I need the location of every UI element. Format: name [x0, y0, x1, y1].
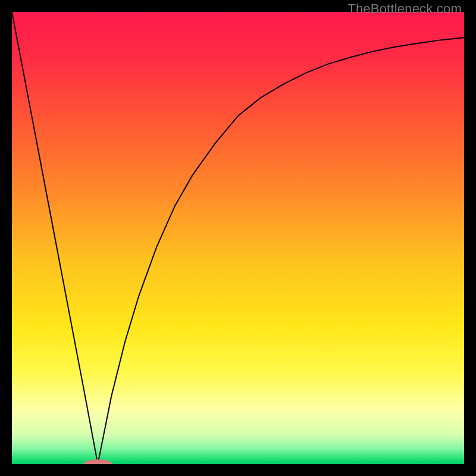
- chart-frame: TheBottleneck.com: [0, 0, 476, 476]
- chart-plot-area: [12, 12, 464, 464]
- chart-background: [12, 12, 464, 464]
- watermark-text: TheBottleneck.com: [347, 1, 462, 17]
- chart-svg: [12, 12, 464, 464]
